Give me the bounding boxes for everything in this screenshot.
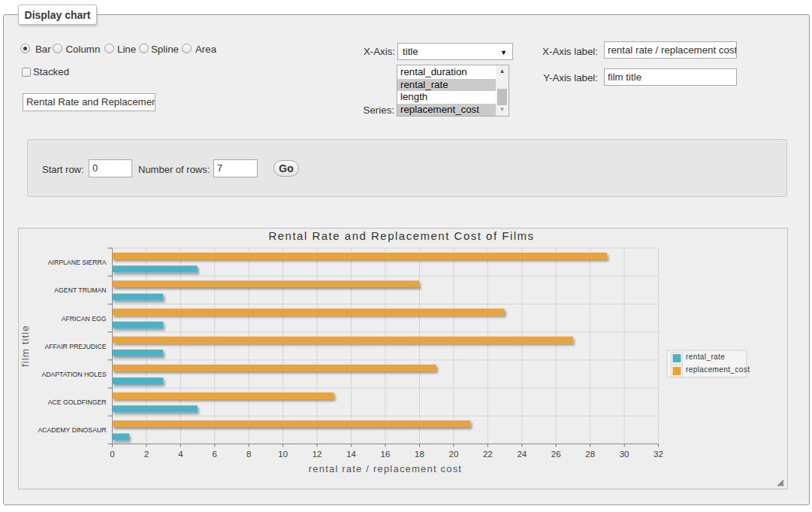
svg-text:16: 16 — [381, 450, 391, 459]
svg-text:ACADEMY DINOSAUR: ACADEMY DINOSAUR — [38, 426, 106, 434]
svg-text:AGENT TRUMAN: AGENT TRUMAN — [54, 286, 106, 294]
svg-text:0: 0 — [110, 450, 114, 459]
svg-text:26: 26 — [551, 450, 561, 459]
svg-text:4: 4 — [178, 450, 183, 459]
svg-text:film title: film title — [20, 325, 32, 367]
svg-text:14: 14 — [346, 450, 356, 459]
svg-text:22: 22 — [483, 450, 493, 459]
svg-text:12: 12 — [312, 450, 322, 459]
svg-text:rental rate / replacement cost: rental rate / replacement cost — [309, 463, 462, 474]
svg-text:20: 20 — [449, 450, 459, 459]
svg-text:AFRICAN EGG: AFRICAN EGG — [62, 315, 107, 323]
svg-text:28: 28 — [585, 450, 595, 459]
svg-text:24: 24 — [517, 450, 527, 459]
svg-text:6: 6 — [213, 450, 217, 459]
svg-text:32: 32 — [654, 450, 663, 459]
svg-text:AIRPLANE SIERRA: AIRPLANE SIERRA — [48, 259, 107, 266]
svg-text:10: 10 — [278, 450, 288, 459]
svg-text:30: 30 — [620, 450, 629, 459]
svg-text:Rental Rate and Replacement Co: Rental Rate and Replacement Cost of Film… — [268, 229, 534, 242]
svg-text:AFFAIR PREJUDICE: AFFAIR PREJUDICE — [44, 343, 106, 350]
svg-text:ACE GOLDFINGER: ACE GOLDFINGER — [48, 398, 107, 406]
svg-text:8: 8 — [246, 450, 251, 459]
svg-text:rental_rate: rental_rate — [686, 353, 725, 361]
svg-text:ADAPTATION HOLES: ADAPTATION HOLES — [41, 371, 106, 378]
svg-text:replacement_cost: replacement_cost — [686, 365, 750, 374]
svg-text:2: 2 — [144, 450, 149, 459]
svg-text:18: 18 — [415, 450, 424, 459]
